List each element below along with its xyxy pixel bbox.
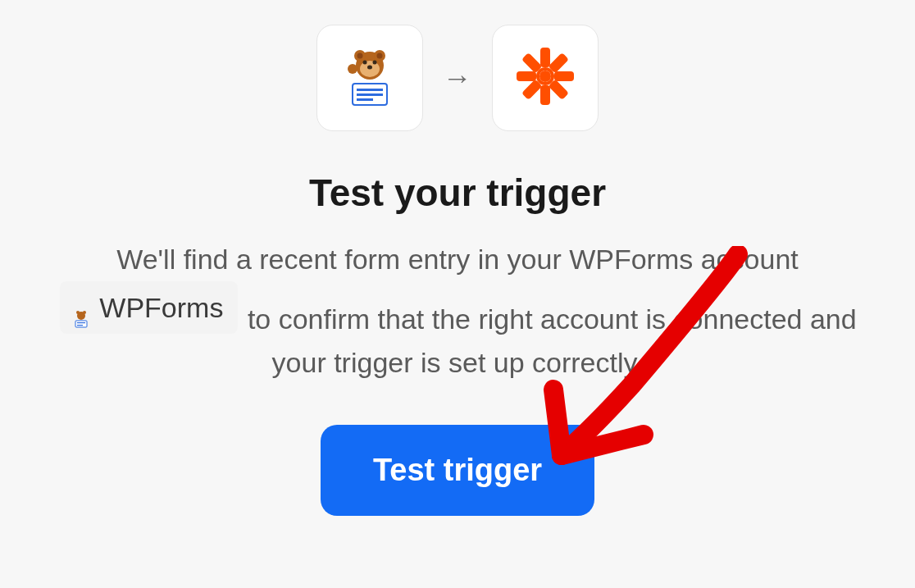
svg-rect-11 [357, 93, 383, 96]
target-app-card [492, 25, 599, 131]
source-app-card [316, 25, 423, 131]
svg-rect-12 [357, 98, 373, 101]
svg-rect-14 [540, 48, 550, 67]
svg-rect-28 [75, 321, 87, 327]
svg-point-13 [348, 64, 357, 74]
svg-point-24 [539, 71, 551, 82]
svg-rect-16 [517, 71, 536, 81]
svg-rect-10 [357, 89, 383, 91]
page-title: Test your trigger [309, 171, 606, 215]
account-chip-label: WPForms [99, 286, 223, 330]
svg-rect-30 [77, 325, 83, 326]
svg-point-6 [363, 61, 367, 65]
svg-point-7 [373, 61, 377, 65]
wpforms-icon [338, 44, 402, 112]
account-chip[interactable]: WPForms [60, 281, 238, 335]
svg-rect-15 [540, 85, 550, 105]
description-before: We'll find a recent form entry in your W… [116, 244, 799, 275]
app-connection-row: → [316, 25, 599, 131]
svg-point-8 [367, 66, 372, 70]
description-after: to confirm that the right account is con… [248, 303, 857, 378]
description-text: We'll find a recent form entry in your W… [39, 238, 876, 384]
svg-point-27 [83, 311, 86, 314]
arrow-right-icon: → [443, 61, 472, 95]
zapier-icon [512, 43, 579, 113]
svg-rect-29 [77, 322, 85, 323]
svg-point-4 [377, 53, 383, 59]
svg-rect-17 [554, 71, 574, 81]
test-trigger-button[interactable]: Test trigger [321, 425, 594, 516]
svg-point-26 [76, 311, 80, 314]
wpforms-small-icon [71, 298, 91, 317]
svg-point-3 [357, 53, 363, 59]
